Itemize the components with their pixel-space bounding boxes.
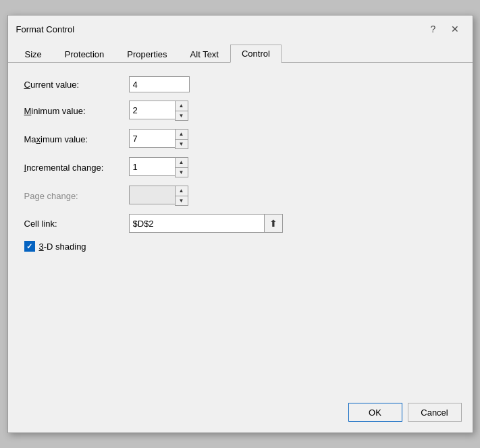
cell-link-select-btn[interactable]: ⬆ [264,214,283,233]
close-button[interactable]: ✕ [446,21,464,37]
minimum-value-up-btn[interactable]: ▲ [176,101,188,111]
current-value-label: Current value: [24,80,129,90]
minimum-value-label: Minimum value: [24,106,129,116]
page-change-spinner-buttons: ▲ ▼ [175,186,188,206]
incremental-change-row: Incremental change: ▲ ▼ [24,157,456,177]
tab-control[interactable]: Control [230,45,282,63]
cell-link-group: ⬆ [129,214,283,233]
cancel-button[interactable]: Cancel [408,403,462,422]
maximum-value-input[interactable] [129,129,175,148]
maximum-value-spinner: ▲ ▼ [129,129,188,149]
help-button[interactable]: ? [424,21,443,37]
format-control-dialog: Format Control ? ✕ Size Protection Prope… [7,15,473,433]
maximum-value-up-btn[interactable]: ▲ [176,130,188,139]
title-bar: Format Control ? ✕ [8,16,473,40]
cell-link-row: Cell link: ⬆ [24,214,456,233]
page-change-spinner: ▲ ▼ [129,186,188,206]
incremental-change-spinner-buttons: ▲ ▼ [175,157,188,177]
button-bar: OK Cancel [8,396,473,432]
minimum-value-spinner-buttons: ▲ ▼ [175,101,188,121]
maximum-value-down-btn[interactable]: ▼ [176,139,188,148]
page-change-input[interactable] [129,186,175,204]
minimum-value-spinner: ▲ ▼ [129,101,188,121]
maximum-value-spinner-buttons: ▲ ▼ [175,129,188,149]
incremental-change-label: Incremental change: [24,163,129,173]
page-change-label: Page change: [24,191,129,201]
incremental-change-down-btn[interactable]: ▼ [176,167,188,177]
incremental-change-input[interactable] [129,157,175,176]
page-change-up-btn[interactable]: ▲ [176,186,188,196]
three-d-shading-label: 3-D shading [39,242,86,252]
cell-link-input[interactable] [129,214,264,233]
tab-properties[interactable]: Properties [115,45,178,63]
maximum-value-label: Maximum value: [24,134,129,144]
incremental-change-spinner: ▲ ▼ [129,157,188,177]
title-bar-left: Format Control [16,24,75,34]
tab-protection[interactable]: Protection [53,45,116,63]
tab-size[interactable]: Size [14,45,53,63]
minimum-value-down-btn[interactable]: ▼ [176,111,188,120]
cell-link-label: Cell link: [24,219,129,229]
tab-alt-text[interactable]: Alt Text [179,45,230,63]
tabs-container: Size Protection Properties Alt Text Cont… [8,40,473,63]
dialog-title: Format Control [16,24,75,34]
title-bar-right: ? ✕ [424,21,464,37]
maximum-value-row: Maximum value: ▲ ▼ [24,129,456,149]
three-d-shading-row: 3-D shading [24,241,456,252]
page-change-down-btn[interactable]: ▼ [176,196,188,205]
current-value-input[interactable] [129,76,190,92]
minimum-value-row: Minimum value: ▲ ▼ [24,101,456,121]
page-change-row: Page change: ▲ ▼ [24,186,456,206]
content-area: Current value: Minimum value: ▲ ▼ Maximu… [8,63,473,396]
three-d-shading-checkbox[interactable] [24,241,35,252]
minimum-value-input[interactable] [129,101,175,119]
incremental-change-up-btn[interactable]: ▲ [176,158,188,167]
ok-button[interactable]: OK [348,403,402,422]
current-value-row: Current value: [24,76,456,92]
